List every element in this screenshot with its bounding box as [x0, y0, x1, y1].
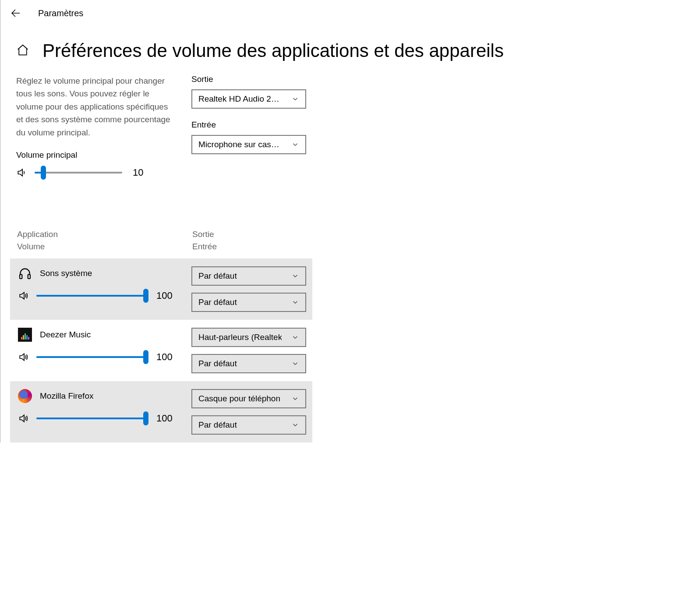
- master-volume-label: Volume principal: [16, 150, 174, 160]
- page-title: Préférences de volume des applications e…: [42, 40, 504, 61]
- output-device-value: Realtek HD Audio 2…: [198, 94, 279, 104]
- chevron-down-icon: [291, 333, 299, 341]
- app-icon: [18, 389, 32, 403]
- app-volume-slider[interactable]: [36, 295, 146, 297]
- input-device-value: Microphone sur cas…: [198, 140, 279, 149]
- app-row: Deezer Music 100 Haut-parleurs (Realtek …: [10, 320, 312, 381]
- app-input-value: Par défaut: [198, 359, 237, 368]
- chevron-down-icon: [291, 421, 299, 429]
- app-output-value: Par défaut: [198, 271, 237, 281]
- master-volume-value: 10: [133, 167, 143, 178]
- app-input-value: Par défaut: [198, 420, 237, 430]
- apps-header-volume: Volume: [17, 241, 192, 253]
- chevron-down-icon: [291, 272, 299, 280]
- app-row: Sons système 100 Par défaut Par défaut: [10, 258, 312, 320]
- speaker-icon[interactable]: [18, 290, 29, 301]
- app-input-dropdown[interactable]: Par défaut: [191, 415, 306, 435]
- chevron-down-icon: [291, 298, 299, 306]
- app-icon: [18, 328, 32, 342]
- back-button[interactable]: [10, 8, 21, 18]
- app-input-value: Par défaut: [198, 297, 237, 307]
- app-volume-value: 100: [156, 290, 173, 301]
- arrow-left-icon: [10, 8, 21, 18]
- app-input-dropdown[interactable]: Par défaut: [191, 354, 306, 373]
- svg-rect-0: [20, 275, 22, 279]
- apps-header-output: Sortie: [192, 228, 217, 241]
- speaker-icon[interactable]: [18, 351, 29, 363]
- input-device-dropdown[interactable]: Microphone sur cas…: [191, 135, 306, 154]
- app-output-dropdown[interactable]: Casque pour téléphon: [191, 389, 306, 408]
- app-volume-slider[interactable]: [36, 418, 146, 419]
- app-volume-slider[interactable]: [36, 356, 146, 358]
- app-icon: [18, 266, 32, 280]
- input-label: Entrée: [191, 120, 314, 130]
- chevron-down-icon: [291, 141, 299, 149]
- speaker-icon[interactable]: [16, 167, 28, 178]
- chevron-down-icon: [291, 95, 299, 103]
- svg-rect-1: [28, 275, 30, 279]
- app-name: Deezer Music: [40, 330, 91, 340]
- app-name: Mozilla Firefox: [40, 391, 93, 401]
- app-output-value: Haut-parleurs (Realtek: [198, 333, 282, 342]
- app-volume-value: 100: [156, 413, 173, 424]
- master-volume-slider[interactable]: [35, 172, 122, 173]
- home-button[interactable]: [16, 43, 29, 58]
- home-icon: [16, 43, 29, 57]
- chevron-down-icon: [291, 395, 299, 403]
- output-label: Sortie: [191, 74, 314, 84]
- app-output-dropdown[interactable]: Haut-parleurs (Realtek: [191, 328, 306, 347]
- apps-header-input: Entrée: [192, 241, 217, 253]
- app-output-value: Casque pour téléphon: [198, 394, 280, 404]
- description-text: Réglez le volume principal pour changer …: [16, 74, 174, 139]
- window-title: Paramètres: [38, 8, 83, 18]
- app-input-dropdown[interactable]: Par défaut: [191, 293, 306, 312]
- app-output-dropdown[interactable]: Par défaut: [191, 266, 306, 286]
- output-device-dropdown[interactable]: Realtek HD Audio 2…: [191, 89, 306, 109]
- app-name: Sons système: [40, 269, 92, 278]
- apps-header-application: Application: [17, 228, 192, 241]
- chevron-down-icon: [291, 360, 299, 368]
- speaker-icon[interactable]: [18, 413, 29, 424]
- app-row: Mozilla Firefox 100 Casque pour téléphon…: [10, 381, 312, 443]
- app-volume-value: 100: [156, 351, 173, 363]
